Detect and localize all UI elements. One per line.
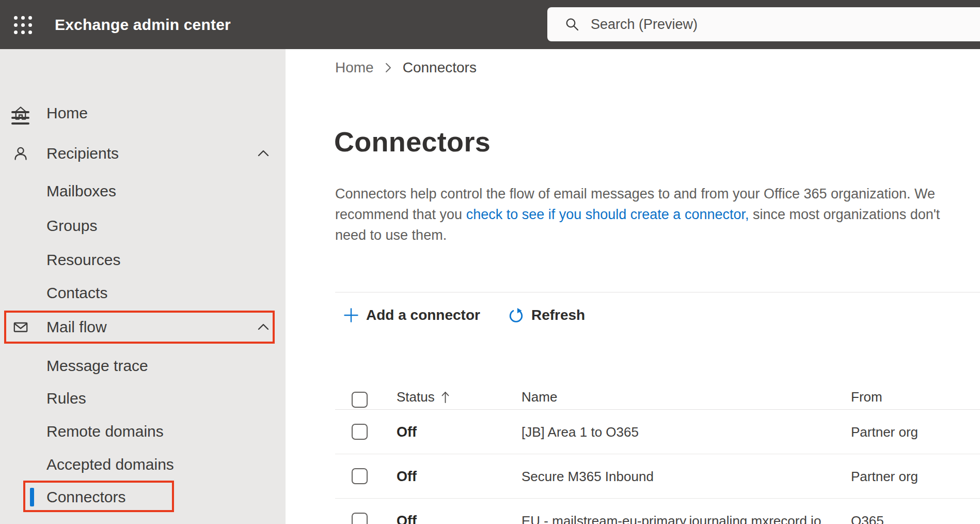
sidebar-item-label: Contacts (46, 284, 107, 302)
sidebar-item-contacts[interactable]: Contacts (0, 276, 286, 310)
column-header-status-label: Status (397, 389, 435, 405)
table-row[interactable]: Off Secure M365 Inbound Partner org (286, 454, 980, 499)
sidebar-item-label: Message trace (46, 357, 148, 375)
home-icon (12, 105, 29, 121)
refresh-button[interactable]: Refresh (500, 302, 593, 329)
search-icon (565, 17, 579, 32)
sidebar-item-label: Groups (46, 217, 97, 235)
add-connector-label: Add a connector (366, 307, 480, 323)
chevron-right-icon (385, 63, 391, 73)
description-line1: Connectors help control the flow of emai… (335, 186, 935, 202)
row-status: Off (397, 424, 417, 440)
breadcrumb: Home Connectors (335, 59, 477, 76)
breadcrumb-home-link[interactable]: Home (335, 59, 374, 76)
table-header-row: Status Name From (286, 369, 980, 409)
row-from: O365 (851, 513, 884, 524)
column-header-status[interactable]: Status (397, 389, 450, 405)
search-bar[interactable] (547, 7, 980, 41)
plus-icon (343, 307, 359, 323)
main-content: Home Connectors Connectors Connectors he… (286, 49, 980, 524)
select-all-checkbox[interactable] (352, 392, 368, 408)
sidebar-item-label: Remote domains (46, 423, 164, 440)
refresh-label: Refresh (531, 307, 585, 323)
column-header-from[interactable]: From (851, 389, 882, 405)
refresh-icon (508, 307, 524, 323)
description-line2-suffix: since most organizations don't (749, 207, 940, 222)
selected-indicator (30, 488, 34, 506)
description-line2-prefix: recommend that you (335, 207, 466, 222)
sidebar-item-label: Connectors (46, 488, 125, 506)
page-description: Connectors help control the flow of emai… (335, 183, 980, 245)
sidebar-item-recipients[interactable]: Recipients (0, 137, 286, 170)
row-status: Off (397, 469, 417, 485)
person-icon (12, 145, 29, 162)
sidebar-item-message-trace[interactable]: Message trace (0, 349, 286, 382)
chevron-up-icon[interactable] (256, 146, 271, 161)
table-row[interactable]: Off [JB] Area 1 to O365 Partner org (286, 410, 980, 454)
select-row-checkbox[interactable] (352, 513, 368, 524)
sidebar-item-label: Recipients (46, 145, 119, 162)
sidebar-item-mailboxes[interactable]: Mailboxes (0, 175, 286, 208)
sidebar-item-label: Mailboxes (46, 182, 116, 200)
sidebar-item-accepted-domains[interactable]: Accepted domains (0, 448, 286, 481)
row-name: [JB] Area 1 to O365 (521, 424, 639, 440)
sidebar-item-groups[interactable]: Groups (0, 209, 286, 242)
row-name: EU - mailstream-eu-primary.journaling.mx… (521, 513, 821, 524)
page-title: Connectors (334, 126, 491, 158)
app-title: Exchange admin center (55, 0, 231, 49)
row-name: Secure M365 Inbound (521, 469, 654, 485)
create-connector-check-link[interactable]: check to see if you should create a conn… (466, 207, 749, 222)
chevron-up-icon[interactable] (256, 320, 271, 334)
sidebar-item-resources[interactable]: Resources (0, 243, 286, 276)
sidebar-item-label: Rules (46, 390, 86, 407)
top-app-bar: Exchange admin center (0, 0, 980, 49)
sidebar: Home Recipients Mailboxes Groups Resourc… (0, 49, 286, 524)
sidebar-item-connectors[interactable]: Connectors (0, 481, 286, 514)
column-header-name[interactable]: Name (521, 389, 557, 405)
sidebar-item-label: Home (46, 104, 88, 122)
breadcrumb-current: Connectors (403, 59, 477, 76)
sort-ascending-icon (441, 391, 450, 404)
table-row[interactable]: Off EU - mailstream-eu-primary.journalin… (286, 499, 980, 524)
select-row-checkbox[interactable] (352, 468, 368, 484)
toolbar: Add a connector Refresh (335, 302, 593, 329)
search-input[interactable] (579, 7, 980, 41)
mail-icon (12, 319, 29, 335)
sidebar-item-label: Accepted domains (46, 456, 174, 473)
add-connector-button[interactable]: Add a connector (335, 302, 488, 329)
sidebar-item-label: Resources (46, 251, 120, 269)
row-from: Partner org (851, 469, 918, 485)
row-status: Off (397, 513, 417, 524)
toolbar-top-divider (335, 292, 980, 292)
description-line3: need to use them. (335, 227, 447, 243)
sidebar-item-mail-flow[interactable]: Mail flow (0, 311, 286, 344)
select-row-checkbox[interactable] (352, 424, 368, 440)
sidebar-item-label: Mail flow (46, 318, 107, 336)
app-launcher-icon[interactable] (11, 13, 34, 36)
sidebar-item-rules[interactable]: Rules (0, 382, 286, 415)
sidebar-item-home[interactable]: Home (0, 97, 286, 130)
sidebar-item-remote-domains[interactable]: Remote domains (0, 415, 286, 448)
row-from: Partner org (851, 424, 918, 440)
